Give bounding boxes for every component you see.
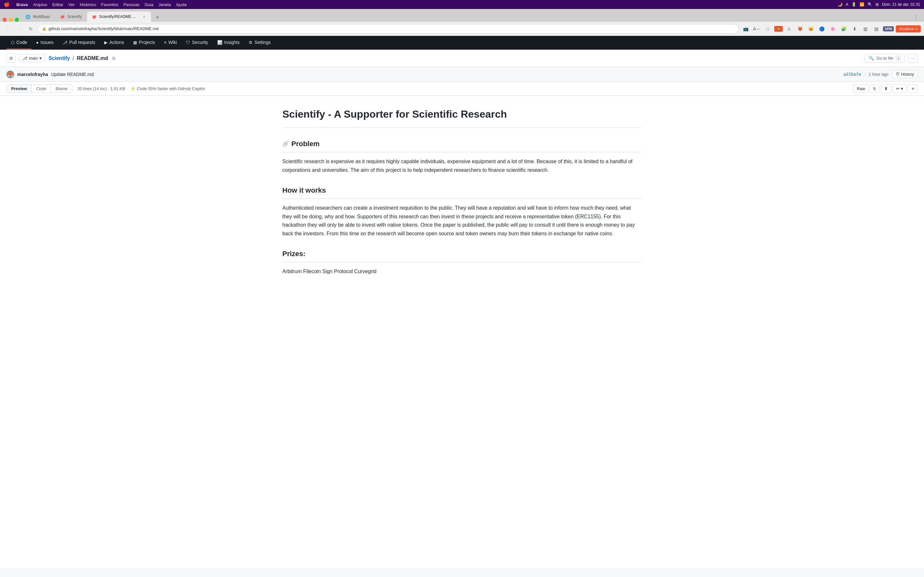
github-page: ⬡ Code ● Issues ⎇ Pull requests ▶ Action… xyxy=(0,36,924,568)
dark-mode-icon: 🌙 xyxy=(838,2,843,7)
reader-mode-btn[interactable]: ▤ xyxy=(872,24,881,33)
back-button[interactable]: ‹ xyxy=(3,24,12,33)
section-prizes-body: Arbitrum Filecoin Sign Protocol Curvegri… xyxy=(282,268,642,276)
tab-multibas-title: MultiBaas xyxy=(33,15,50,19)
edit-btn[interactable]: ✏ ▾ xyxy=(893,84,907,93)
sidebar-toggle-btn[interactable]: ⊞ xyxy=(6,53,16,63)
repo-link[interactable]: Scientify xyxy=(48,55,70,61)
forward-button[interactable]: › xyxy=(15,24,24,33)
nav-issues-label: Issues xyxy=(40,40,53,45)
extension-btn[interactable]: 🧩 xyxy=(839,24,848,33)
nav-settings[interactable]: ⚙ Settings xyxy=(244,36,275,49)
tab-readme[interactable]: 🐙 Scientify/README.md at main… ✕ xyxy=(87,11,151,22)
ext1-btn[interactable]: 🦊 xyxy=(796,24,804,33)
tab-scientify-title: Scientify xyxy=(67,15,82,19)
menu-favoritos[interactable]: Favoritos xyxy=(101,2,118,7)
sidebar-btn[interactable]: ▥ xyxy=(861,24,870,33)
go-to-file-label: Go to file xyxy=(877,56,893,61)
menu-guia[interactable]: Guia xyxy=(145,2,153,7)
section-problem-heading: 🔗 Problem xyxy=(282,138,642,152)
ext2-btn[interactable]: 🐱 xyxy=(806,24,816,33)
history-label: History xyxy=(901,72,914,77)
file-meta: 20 lines (14 loc) · 1.01 KB xyxy=(78,86,125,91)
more-options-btn[interactable]: ··· xyxy=(908,54,918,63)
commit-author[interactable]: marcelofrayha xyxy=(17,72,48,77)
vpn-badge[interactable]: VPN xyxy=(883,26,894,31)
tab-readme-close[interactable]: ✕ xyxy=(142,14,147,19)
commit-time: · xyxy=(864,72,866,77)
url-bar[interactable]: 🔒 github.com/marcelofrayha/Scientify/blo… xyxy=(38,24,739,34)
author-avatar: 🦊 xyxy=(6,71,14,78)
nav-actions[interactable]: ▶ Actions xyxy=(100,36,129,49)
history-button[interactable]: ⏱ History xyxy=(892,70,918,78)
commit-bar: 🦊 marcelofrayha Update README.md a21bafe… xyxy=(0,67,924,82)
breadcrumb-file: README.md xyxy=(77,55,108,61)
search-icon: 🔍 xyxy=(867,2,872,7)
brave-shield-btn[interactable]: 🦁 xyxy=(774,26,783,32)
section-how-it-works-body: Authenticated researchers can create a i… xyxy=(282,204,642,238)
copy-raw-btn[interactable]: ⎘ xyxy=(870,84,879,93)
branch-icon: ⎇ xyxy=(23,56,27,61)
anchor-icon: 🔗 xyxy=(282,140,289,148)
tabs-dropdown-btn[interactable]: ⋮ xyxy=(911,12,921,22)
tab-readme-favicon: 🐙 xyxy=(91,15,97,19)
branch-name: main xyxy=(29,56,38,61)
copy-icon: ⎘ xyxy=(873,86,876,91)
issues-nav-icon: ● xyxy=(36,40,39,45)
menu-janela[interactable]: Janela xyxy=(158,2,171,7)
tab-preview[interactable]: Preview xyxy=(7,85,32,93)
nav-wiki[interactable]: ≡ Wiki xyxy=(160,36,181,49)
tab-blame[interactable]: Blame xyxy=(51,85,72,93)
download-icon: ⬇ xyxy=(884,86,888,91)
wiki-nav-icon: ≡ xyxy=(164,40,166,45)
outline-btn[interactable]: ≡ xyxy=(908,84,918,93)
menu-editar[interactable]: Editar xyxy=(52,2,63,7)
commit-sha[interactable]: a21bafe xyxy=(843,72,861,77)
breadcrumb: Scientify / README.md xyxy=(48,55,108,61)
nav-code[interactable]: ⬡ Code xyxy=(6,36,31,49)
menu-historico[interactable]: Histórico xyxy=(80,2,96,7)
download-btn[interactable]: ⬇ xyxy=(881,84,891,93)
reload-button[interactable]: ↻ xyxy=(26,24,35,33)
nav-pull-requests[interactable]: ⎇ Pull requests xyxy=(58,36,100,49)
alert-btn[interactable]: ⚠ xyxy=(785,24,794,33)
menu-pessoas[interactable]: Pessoas xyxy=(124,2,140,7)
history-icon: ⏱ xyxy=(895,72,900,77)
menu-arquivo[interactable]: Arquivo xyxy=(33,2,47,7)
menu-ver[interactable]: Ver xyxy=(68,2,75,7)
copy-path-btn[interactable]: ⎘ xyxy=(111,55,116,62)
nav-projects[interactable]: ▦ Projects xyxy=(129,36,160,49)
branch-selector[interactable]: ⎇ main ▾ xyxy=(19,54,45,62)
download-manager-btn[interactable]: ⬇ xyxy=(850,24,859,33)
translate-btn[interactable]: A↔ xyxy=(752,24,761,33)
tab-code[interactable]: Code xyxy=(32,85,51,93)
markdown-body: Scientify - A Supporter for Scientific R… xyxy=(270,96,654,291)
nav-insights[interactable]: 📊 Insights xyxy=(213,36,244,49)
go-to-file-btn[interactable]: 🔍 Go to file t xyxy=(865,54,905,63)
tab-bar: 🌐 MultiBaas 🐙 Scientify 🐙 Scientify/READ… xyxy=(0,9,924,22)
nav-code-label: Code xyxy=(16,40,27,45)
update-button[interactable]: Atualizar ≡ xyxy=(896,25,921,32)
bookmark-btn[interactable]: □ xyxy=(763,24,772,33)
tab-multibas[interactable]: 🌐 MultiBaas xyxy=(21,11,55,22)
tab-scientify[interactable]: 🐙 Scientify xyxy=(55,11,86,22)
nav-actions-label: Actions xyxy=(110,40,124,45)
nav-issues[interactable]: ● Issues xyxy=(31,36,58,49)
menu-ajuda[interactable]: Ajuda xyxy=(176,2,186,7)
ext4-btn[interactable]: 🌸 xyxy=(829,24,837,33)
nav-insights-label: Insights xyxy=(224,40,240,45)
search-small-icon: 🔍 xyxy=(869,56,874,61)
screen-capture-btn[interactable]: 📺 xyxy=(741,24,750,33)
app-name[interactable]: Brave xyxy=(16,2,28,7)
window-minimize-btn[interactable] xyxy=(9,18,13,22)
insights-nav-icon: 📊 xyxy=(217,40,222,45)
window-maximize-btn[interactable] xyxy=(15,18,19,22)
raw-btn[interactable]: Raw xyxy=(853,84,869,93)
new-tab-button[interactable]: + xyxy=(153,13,162,22)
settings-nav-icon: ⚙ xyxy=(249,40,252,45)
commit-time-ago: 1 hour ago xyxy=(869,72,888,77)
nav-security[interactable]: 🛡 Security xyxy=(181,36,213,49)
ext3-btn[interactable]: 🔵 xyxy=(817,24,827,33)
tab-readme-title: Scientify/README.md at main… xyxy=(99,15,139,19)
window-close-btn[interactable] xyxy=(3,18,7,22)
